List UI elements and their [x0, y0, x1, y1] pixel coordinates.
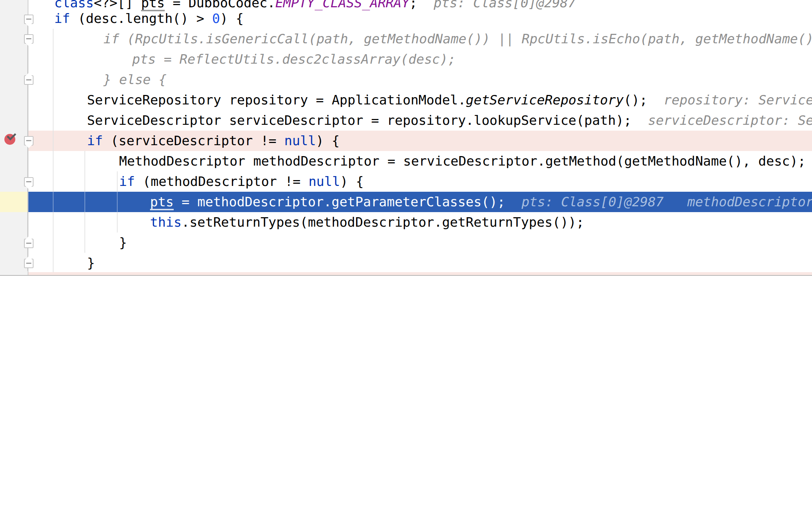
code-text: ) {	[220, 11, 244, 26]
debug-tool-window: Consumer ×	[0, 275, 812, 513]
inline-debug-hint: serviceDescriptor: ServiceDescriptor@298…	[648, 113, 812, 128]
null-keyword: null	[284, 133, 316, 148]
variable: pts	[150, 194, 174, 209]
this-keyword: this	[150, 215, 182, 230]
indent-guide	[53, 212, 54, 272]
code-line[interactable]: if (methodDescriptor != null) {	[119, 171, 364, 192]
null-keyword: null	[308, 174, 340, 189]
code-line[interactable]: } else {	[103, 69, 166, 90]
code-text: MethodDescriptor methodDescriptor = serv…	[119, 154, 806, 168]
code-line[interactable]: if (desc.length() > 0) {	[54, 8, 244, 29]
inline-debug-hint: pts: Class[0]@2987	[434, 0, 576, 10]
keyword: if	[119, 174, 135, 189]
code-line[interactable]: ServiceRepository repository = Applicati…	[87, 90, 812, 110]
indent-guide	[84, 212, 85, 253]
keyword: if	[54, 11, 70, 26]
code-editor[interactable]: class<?>[] pts = DubboCodec.EMPTY_CLASS_…	[0, 0, 812, 275]
code-text: (desc.length() >	[70, 11, 212, 26]
constant: EMPTY_CLASS_ARRAY	[275, 0, 409, 10]
code-text: .setReturnTypes(methodDescriptor.getRetu…	[182, 215, 584, 230]
execution-gutter-highlight	[0, 192, 28, 212]
fold-marker-collapse-icon[interactable]	[24, 34, 33, 44]
code-text: (serviceDescriptor !=	[103, 133, 284, 148]
code-text: (methodDescriptor !=	[135, 174, 308, 189]
code-text: ();	[624, 92, 647, 107]
fold-marker-collapse-end-icon[interactable]	[24, 259, 33, 268]
code-line[interactable]: MethodDescriptor methodDescriptor = serv…	[119, 151, 806, 171]
method-call: getServiceRepository	[466, 92, 623, 107]
code-text: = methodDescriptor.getParameterClasses()…	[174, 194, 505, 209]
indent-guide	[53, 192, 54, 212]
code-line[interactable]: }	[87, 253, 95, 273]
code-text: ) {	[316, 133, 340, 148]
code-text: ServiceDescriptor serviceDescriptor = re…	[87, 113, 632, 128]
indent-guide	[84, 151, 85, 192]
indent-guide	[84, 192, 85, 212]
fold-marker-collapse-icon[interactable]	[24, 136, 33, 146]
breakpoint-line-highlight	[28, 272, 812, 275]
indent-guide	[53, 29, 54, 192]
code-line-breakpoint[interactable]: if (serviceDescriptor != null) {	[87, 131, 340, 151]
code-line-execution-point[interactable]: pts = methodDescriptor.getParameterClass…	[150, 192, 812, 212]
code-line[interactable]: this.setReturnTypes(methodDescriptor.get…	[150, 212, 584, 232]
code-text: } else {	[103, 72, 166, 87]
fold-marker-collapse-end-icon[interactable]	[24, 239, 33, 248]
fold-marker-collapse-icon[interactable]	[24, 15, 33, 24]
code-text: if (RpcUtils.isGenericCall(path, getMeth…	[103, 31, 812, 46]
code-text: ServiceRepository repository = Applicati…	[87, 92, 466, 107]
code-text: }	[87, 255, 95, 270]
code-text: ) {	[340, 174, 364, 189]
fold-marker-collapse-end-icon[interactable]	[24, 75, 33, 85]
code-text: ;	[409, 0, 417, 10]
code-line[interactable]: ServiceDescriptor serviceDescriptor = re…	[87, 110, 812, 131]
fold-marker-collapse-icon[interactable]	[24, 177, 33, 187]
indent-guide	[117, 192, 118, 212]
code-text: pts = ReflectUtils.desc2classArray(desc)…	[132, 52, 456, 67]
breakpoint-icon[interactable]	[4, 134, 15, 145]
indent-guide	[117, 212, 118, 232]
number-literal: 0	[212, 11, 220, 26]
code-line[interactable]: }	[119, 232, 127, 253]
code-line[interactable]: if (RpcUtils.isGenericCall(path, getMeth…	[103, 29, 812, 49]
inline-debug-hint: pts: Class[0]@2987 methodDescriptor	[521, 194, 812, 209]
inline-debug-hint: repository: ServiceRepository@2988	[664, 92, 812, 107]
code-text: }	[119, 235, 127, 250]
code-line[interactable]: pts = ReflectUtils.desc2classArray(desc)…	[132, 49, 456, 69]
ide-window: class<?>[] pts = DubboCodec.EMPTY_CLASS_…	[0, 0, 812, 513]
keyword: if	[87, 133, 103, 148]
indent-guide	[117, 171, 118, 192]
